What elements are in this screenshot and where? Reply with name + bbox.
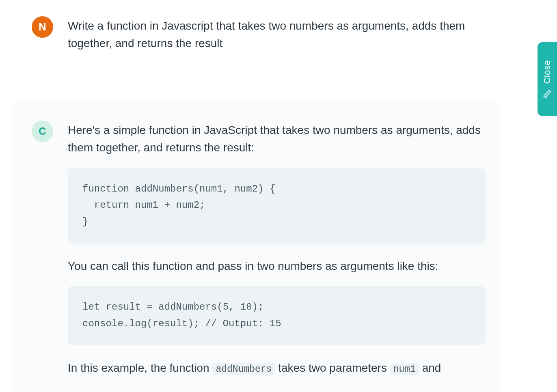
assistant-paragraph-2: You can call this function and pass in t… <box>68 257 486 275</box>
inline-code-addNumbers: addNumbers <box>212 363 275 375</box>
user-avatar-letter: N <box>39 21 46 33</box>
assistant-message: C Here's a simple function in JavaScript… <box>11 101 499 392</box>
p3-mid: takes two parameters <box>275 362 390 374</box>
p3-post: and <box>419 362 441 374</box>
edit-icon <box>543 89 552 98</box>
assistant-paragraph-1: Here's a simple function in JavaScript t… <box>68 121 486 157</box>
assistant-paragraph-3: In this example, the function addNumbers… <box>68 359 486 377</box>
close-button[interactable]: Close <box>538 42 557 116</box>
conversation: N Write a function in Javascript that ta… <box>0 0 557 392</box>
assistant-avatar-letter: C <box>39 125 46 138</box>
user-avatar: N <box>32 16 53 38</box>
assistant-message-body: Here's a simple function in JavaScript t… <box>68 121 486 377</box>
user-message: N Write a function in Javascript that ta… <box>0 16 557 101</box>
close-button-label: Close <box>542 60 553 84</box>
inline-code-num1: num1 <box>390 363 419 375</box>
code-block-1[interactable]: function addNumbers(num1, num2) { return… <box>68 168 486 243</box>
code-block-2[interactable]: let result = addNumbers(5, 10); console.… <box>68 286 486 345</box>
p3-pre: In this example, the function <box>68 362 212 374</box>
user-message-text: Write a function in Javascript that take… <box>68 16 486 52</box>
assistant-avatar: C <box>32 121 53 142</box>
